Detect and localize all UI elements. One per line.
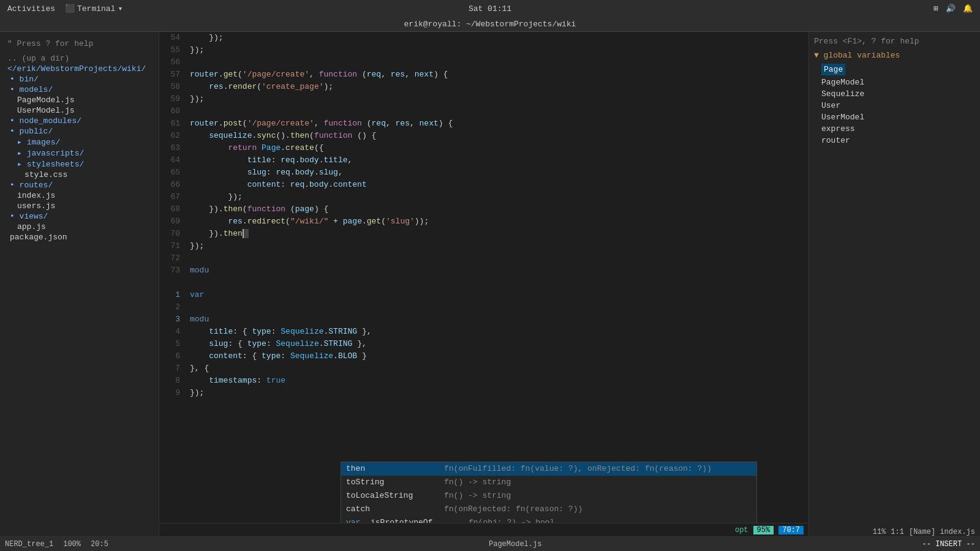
status-percentage: 95%: [753, 526, 774, 534]
file-tree-stylesheets[interactable]: ▸ stylesheets/: [0, 159, 159, 170]
current-file-name: PageModel.js: [489, 540, 541, 549]
zoom-pct: 100%: [63, 540, 81, 549]
autocomplete-dropdown[interactable]: then fn(onFulfilled: fn(value: ?), onRej…: [341, 462, 757, 523]
code-line-72: 72: [159, 252, 809, 264]
network-icon: ⊞: [933, 4, 938, 13]
file-tree-routes[interactable]: • routes/: [0, 180, 159, 190]
file-tree-images[interactable]: ▸ images/: [0, 137, 159, 148]
right-panel-help: Press <F1>, ? for help: [814, 37, 975, 46]
file-tree-bin[interactable]: • bin/: [0, 74, 159, 84]
file-tree-appjs[interactable]: app.js: [0, 222, 159, 232]
code-line-57: 57 router.get('/page/create', function (…: [159, 69, 809, 81]
title-bar: erik@royall: ~/WebstormProjects/wiki: [0, 17, 980, 32]
code-line-54: 54 });: [159, 32, 809, 44]
system-bar-right: ⊞ 🔊 🔔: [933, 4, 973, 13]
code-line-73: 73 modu: [159, 264, 809, 277]
file-tree-public[interactable]: • public/: [0, 126, 159, 137]
code-line-64: 64 title: req.body.title,: [159, 154, 809, 167]
global-var-sequelize: Sequelize: [814, 88, 975, 100]
status-bar-bottom: NERD_tree_1 100% 20:5 PageModel.js -- IN…: [0, 536, 980, 551]
autocomplete-item-isprototypeof[interactable]: var isPrototypeOf fn(obj: ?) -> bool: [341, 516, 756, 523]
code-line-l8: 8 timestamps: true: [159, 375, 809, 387]
code-line-71: 71 });: [159, 240, 809, 252]
code-line-blank: [159, 277, 809, 289]
activities-label[interactable]: Activities: [7, 4, 55, 13]
file-tree-packagejson[interactable]: package.json: [0, 232, 159, 242]
volume-icon: 🔊: [946, 4, 956, 13]
code-line-l9: 9 });: [159, 387, 809, 399]
vim-mode: -- INSERT --: [922, 540, 975, 549]
code-content: 54 }); 55 }); 56 57 router.get('/page/cr…: [159, 32, 809, 523]
file-tree-javascripts[interactable]: ▸ javascripts/: [0, 148, 159, 159]
file-tree-models[interactable]: • models/: [0, 84, 159, 95]
terminal-menu[interactable]: ⬛ Terminal ▾: [65, 4, 123, 13]
code-line-l4: 4 title: { type: Sequelize.STRING },: [159, 326, 809, 338]
system-bar: Activities ⬛ Terminal ▾ Sat 01:11 ⊞ 🔊 🔔: [0, 0, 980, 17]
file-tree-stylecss[interactable]: style.css: [0, 170, 159, 180]
current-file: PageModel.js: [489, 540, 541, 549]
code-line-l7: 7 }, {: [159, 362, 809, 375]
terminal-dropdown-icon: ▾: [118, 4, 123, 13]
file-tree-nodemodules[interactable]: • node_modules/: [0, 116, 159, 126]
global-vars-header: ▼ global variables: [814, 51, 975, 60]
code-editor[interactable]: 54 }); 55 }); 56 57 router.get('/page/cr…: [159, 32, 809, 536]
code-line-58: 58 res.render('create_page');: [159, 81, 809, 93]
right-panel-status: 11% 1:1 [Name] index.js: [809, 528, 980, 536]
global-var-pagemodel: PageModel: [814, 77, 975, 88]
status-bar-right: -- INSERT --: [922, 540, 975, 549]
code-line-70: 70 }).then: [159, 228, 809, 240]
code-line-l3: 3 modu: [159, 313, 809, 326]
code-line-l5: 5 slug: { type: Sequelize.STRING },: [159, 338, 809, 350]
right-panel: Press <F1>, ? for help ▼ global variable…: [809, 32, 980, 536]
editor-status-top: opt 95% 70:7: [159, 523, 809, 536]
status-opt-label: opt: [735, 526, 748, 534]
file-tree-views[interactable]: • views/: [0, 211, 159, 222]
code-line-l1: 1 var: [159, 289, 809, 301]
code-line-55: 55 });: [159, 44, 809, 56]
code-line-67: 67 });: [159, 191, 809, 203]
file-tree: " Press ? for help .. (up a dir) </erik/…: [0, 32, 159, 536]
code-line-63: 63 return Page.create({: [159, 142, 809, 154]
right-status-name: [Name] index.js: [909, 528, 975, 536]
code-line-61: 61 router.post('/page/create', function …: [159, 118, 809, 130]
code-line-59: 59 });: [159, 93, 809, 105]
code-line-62: 62 sequelize.sync().then(function () {: [159, 130, 809, 142]
window-title: erik@royall: ~/WebstormProjects/wiki: [404, 20, 576, 29]
autocomplete-item-tostring[interactable]: toString fn() -> string: [341, 476, 756, 489]
global-var-express: express: [814, 123, 975, 135]
file-tree-help: " Press ? for help: [0, 37, 159, 53]
file-tree-pagemodel[interactable]: PageModel.js: [0, 95, 159, 105]
system-bar-clock: Sat 01:11: [469, 4, 511, 13]
code-line-l6: 6 content: { type: Sequelize.BLOB }: [159, 350, 809, 362]
autocomplete-item-tolocalestring[interactable]: toLocaleString fn() -> string: [341, 489, 756, 503]
code-line-68: 68 }).then(function (page) {: [159, 203, 809, 216]
code-line-66: 66 content: req.body.content: [159, 179, 809, 191]
clock-label: Sat 01:11: [469, 4, 511, 13]
global-var-page: Page: [814, 62, 975, 77]
right-status-pct: 11%: [873, 528, 886, 536]
file-tree-nav-up[interactable]: .. (up a dir): [0, 53, 159, 64]
terminal-icon: ⬛: [65, 4, 75, 13]
code-line-56: 56: [159, 56, 809, 69]
file-tree-indexjs[interactable]: index.js: [0, 190, 159, 201]
cursor-pos-bottom: 20:5: [91, 540, 108, 549]
code-lines: 54 }); 55 }); 56 57 router.get('/page/cr…: [159, 32, 809, 399]
file-tree-root[interactable]: </erik/WebstormProjects/wiki/: [0, 64, 159, 74]
global-var-router: router: [814, 135, 975, 146]
status-bar-left: NERD_tree_1 100% 20:5: [5, 540, 108, 549]
global-var-usermodel: UserModel: [814, 111, 975, 123]
nerd-tree-label: NERD_tree_1: [5, 540, 53, 549]
autocomplete-item-then[interactable]: then fn(onFulfilled: fn(value: ?), onRej…: [341, 462, 756, 476]
code-line-69: 69 res.redirect("/wiki/" + page.get('slu…: [159, 216, 809, 228]
code-line-l2: 2: [159, 301, 809, 313]
code-line-60: 60: [159, 105, 809, 118]
code-line-65: 65 slug: req.body.slug,: [159, 167, 809, 179]
autocomplete-item-catch[interactable]: catch fn(onRejected: fn(reason: ?)): [341, 503, 756, 516]
system-bar-left: Activities ⬛ Terminal ▾: [7, 4, 123, 13]
file-tree-usersjs[interactable]: users.js: [0, 201, 159, 211]
global-var-user: User: [814, 100, 975, 111]
terminal-label: Terminal: [77, 4, 115, 13]
notification-icon: 🔔: [963, 4, 973, 13]
file-tree-usermodel[interactable]: UserModel.js: [0, 105, 159, 116]
editor-container: " Press ? for help .. (up a dir) </erik/…: [0, 32, 980, 536]
